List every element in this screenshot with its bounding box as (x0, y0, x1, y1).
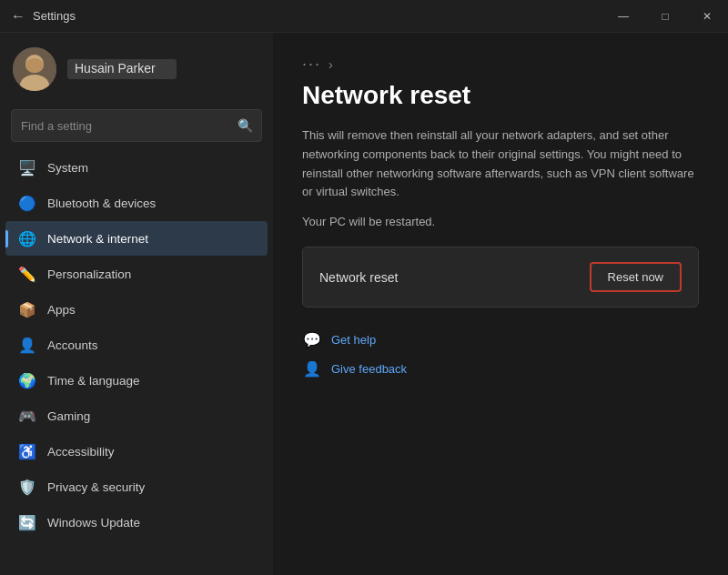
username: Husain Parker (67, 59, 177, 79)
user-profile[interactable]: Husain Parker (0, 33, 273, 106)
privacy-label: Privacy & security (47, 480, 145, 494)
give-feedback-label: Give feedback (331, 362, 407, 376)
personalization-icon: ✏️ (18, 265, 36, 283)
sidebar: Husain Parker 🔍 🖥️ System 🔵 Bluetooth & … (0, 33, 273, 575)
restart-notice: Your PC will be restarted. (302, 215, 699, 228)
time-icon: 🌍 (18, 371, 36, 389)
sidebar-item-windows-update[interactable]: 🔄 Windows Update (5, 505, 268, 540)
gaming-label: Gaming (47, 409, 90, 423)
time-label: Time & language (47, 374, 140, 388)
windows-update-label: Windows Update (47, 516, 140, 530)
breadcrumb-dots: ··· (302, 55, 321, 74)
sidebar-item-accounts[interactable]: 👤 Accounts (5, 328, 268, 362)
give-feedback-link[interactable]: 👤 Give feedback (302, 358, 699, 378)
svg-point-3 (25, 58, 44, 73)
give-feedback-icon: 👤 (302, 358, 322, 378)
sidebar-item-bluetooth[interactable]: 🔵 Bluetooth & devices (5, 186, 268, 220)
app-body: Husain Parker 🔍 🖥️ System 🔵 Bluetooth & … (0, 33, 728, 575)
sidebar-item-time[interactable]: 🌍 Time & language (5, 363, 268, 398)
accessibility-icon: ♿ (18, 442, 36, 460)
network-label: Network & internet (47, 232, 148, 246)
sidebar-item-privacy[interactable]: 🛡️ Privacy & security (5, 469, 268, 504)
accessibility-label: Accessibility (47, 445, 115, 459)
minimize-button[interactable]: — (602, 0, 644, 33)
accounts-icon: 👤 (18, 336, 36, 354)
reset-card: Network reset Reset now (302, 247, 699, 308)
system-icon: 🖥️ (18, 158, 36, 177)
sidebar-item-network[interactable]: 🌐 Network & internet (5, 221, 268, 256)
reset-card-label: Network reset (319, 270, 398, 285)
accounts-label: Accounts (47, 338, 98, 352)
close-button[interactable]: ✕ (686, 0, 728, 33)
breadcrumb-arrow: › (329, 57, 333, 72)
gaming-icon: 🎮 (18, 407, 36, 425)
maximize-button[interactable]: □ (644, 0, 686, 33)
search-input[interactable] (11, 109, 262, 142)
privacy-icon: 🛡️ (18, 478, 36, 496)
avatar (13, 47, 56, 91)
get-help-label: Get help (331, 333, 376, 347)
nav-list: 🖥️ System 🔵 Bluetooth & devices 🌐 Networ… (0, 149, 273, 540)
sidebar-item-system[interactable]: 🖥️ System (5, 150, 268, 185)
get-help-link[interactable]: 💬 Get help (302, 329, 699, 349)
apps-label: Apps (47, 303, 76, 317)
search-box: 🔍 (11, 109, 262, 142)
back-button[interactable]: ← (11, 8, 25, 25)
sidebar-item-accessibility[interactable]: ♿ Accessibility (5, 434, 268, 469)
network-icon: 🌐 (18, 229, 36, 247)
main-content: ··· › Network reset This will remove the… (273, 33, 728, 575)
titlebar: ← Settings — □ ✕ (0, 0, 728, 33)
get-help-icon: 💬 (302, 329, 322, 349)
help-links: 💬 Get help 👤 Give feedback (302, 329, 699, 378)
bluetooth-icon: 🔵 (18, 194, 36, 212)
sidebar-item-gaming[interactable]: 🎮 Gaming (5, 398, 268, 433)
apps-icon: 📦 (18, 300, 36, 318)
app-title: Settings (33, 9, 76, 23)
sidebar-item-personalization[interactable]: ✏️ Personalization (5, 257, 268, 291)
breadcrumb: ··· › (302, 55, 699, 74)
window-controls: — □ ✕ (602, 0, 728, 33)
page-title: Network reset (302, 81, 699, 110)
description-text: This will remove then reinstall all your… (302, 126, 699, 202)
sidebar-item-apps[interactable]: 📦 Apps (5, 292, 268, 327)
personalization-label: Personalization (47, 267, 131, 281)
bluetooth-label: Bluetooth & devices (47, 197, 156, 210)
titlebar-left: ← Settings (11, 8, 76, 25)
system-label: System (47, 161, 88, 175)
windows-update-icon: 🔄 (18, 513, 36, 531)
reset-now-button[interactable]: Reset now (590, 262, 682, 292)
